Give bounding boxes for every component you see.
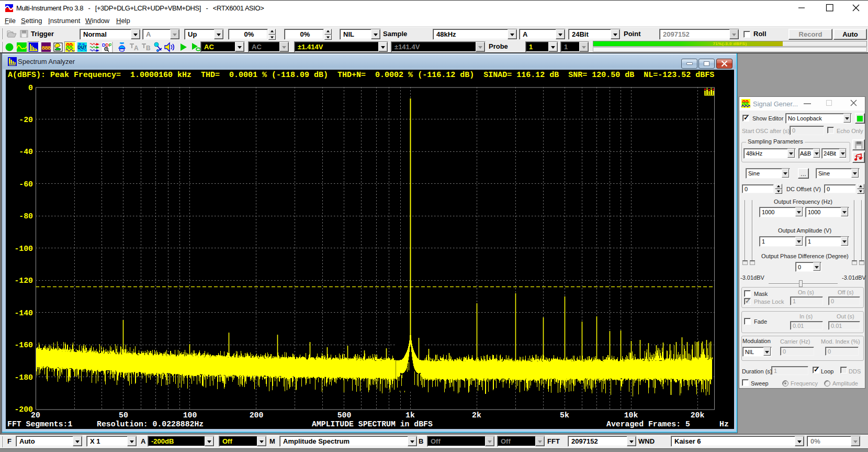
svg-text:-140: -140 [14,309,33,317]
svg-text:-120: -120 [14,277,33,285]
svg-text:-180: -180 [14,373,33,382]
svg-text:100: 100 [183,411,197,420]
svg-text:500: 500 [337,411,352,420]
svg-text:-40: -40 [19,148,33,156]
svg-text:-20: -20 [19,116,33,124]
svg-text:2k: 2k [472,411,481,420]
svg-text:A(dBFS): Peak Frequency= 1.00: A(dBFS): Peak Frequency= 1.0000160 kHz T… [8,71,714,80]
svg-text:A: A [134,45,139,52]
svg-text:200: 200 [250,411,264,420]
svg-text:DDP: DDP [102,42,111,48]
svg-text:AMPLITUDE SPECTRUM in dBFS: AMPLITUDE SPECTRUM in dBFS [312,420,433,428]
svg-text:FFT Segments:1: FFT Segments:1 [7,420,72,428]
svg-text:20k: 20k [691,411,705,420]
svg-text:-80: -80 [19,212,33,221]
svg-text:1k: 1k [405,411,415,420]
svg-text:10k: 10k [624,411,638,420]
svg-text:5k: 5k [560,411,569,420]
svg-text:Averaged Frames: 5: Averaged Frames: 5 [606,420,690,428]
svg-text:-60: -60 [19,180,33,189]
svg-text:888: 888 [42,45,51,51]
svg-text:0: 0 [28,84,33,92]
svg-text:DUT: DUT [77,45,87,50]
svg-text:Resolution: 0.0228882Hz: Resolution: 0.0228882Hz [97,420,204,428]
svg-text:20: 20 [31,411,40,420]
svg-text:Hz: Hz [719,420,729,428]
svg-text:-200: -200 [14,405,33,414]
svg-text:B: B [146,45,151,52]
svg-text:-160: -160 [14,341,33,349]
svg-text:50: 50 [119,411,128,420]
svg-text:-100: -100 [14,245,33,253]
